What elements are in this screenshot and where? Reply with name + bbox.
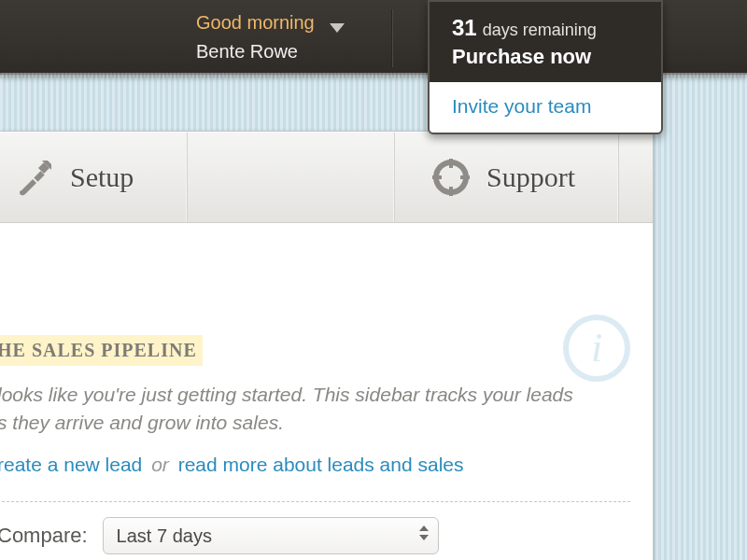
- invite-team-row: Invite your team: [430, 82, 661, 133]
- compare-select[interactable]: Last 7 days: [103, 517, 439, 554]
- pipeline-heading: HE SALES PIPELINE: [0, 335, 203, 366]
- info-icon: i: [561, 313, 632, 384]
- compare-row: Compare: Last 7 days: [0, 517, 630, 554]
- tab-spacer: [188, 133, 395, 222]
- main-panel: Setup Support i: [0, 131, 654, 560]
- tab-end-spacer: [619, 133, 653, 222]
- compare-label: Compare:: [0, 521, 88, 551]
- purchase-now-link[interactable]: Purchase now: [452, 45, 642, 69]
- wrench-icon: [16, 159, 53, 196]
- trial-status-box: 31days remaining Purchase now Invite you…: [428, 0, 663, 134]
- vertical-divider: [391, 9, 393, 67]
- greeting-text: Good morning: [196, 12, 315, 33]
- invite-team-link[interactable]: Invite your team: [452, 95, 591, 117]
- tab-support[interactable]: Support: [395, 133, 619, 222]
- tab-setup-label: Setup: [70, 161, 134, 193]
- top-bar: Good morning Bente Rowe 31days remaining…: [0, 0, 747, 75]
- compare-selected-value: Last 7 days: [117, 523, 212, 550]
- dashed-divider: [0, 501, 630, 502]
- read-more-link[interactable]: read more about leads and sales: [178, 454, 464, 475]
- or-text: or: [151, 454, 169, 475]
- create-lead-link[interactable]: reate a new lead: [0, 454, 142, 475]
- pipeline-intro-line2: s they arrive and grow into sales.: [0, 409, 630, 437]
- pipeline-links: reate a new lead or read more about lead…: [0, 451, 630, 479]
- tab-setup[interactable]: Setup: [0, 133, 188, 222]
- svg-text:i: i: [591, 325, 602, 371]
- trial-summary: 31days remaining Purchase now: [430, 2, 661, 82]
- lifebuoy-icon: [432, 159, 470, 196]
- chevron-down-icon: [328, 17, 346, 40]
- tab-support-label: Support: [486, 161, 575, 193]
- pipeline-content: i HE SALES PIPELINE looks like you're ju…: [0, 223, 653, 554]
- pipeline-intro-line1: looks like you're just getting started. …: [0, 381, 630, 409]
- trial-days-count: 31: [452, 15, 477, 41]
- svg-marker-0: [330, 23, 345, 33]
- trial-days-label: days remaining: [483, 21, 597, 39]
- svg-rect-1: [34, 171, 44, 181]
- user-name: Bente Rowe: [196, 40, 315, 63]
- user-greeting-dropdown[interactable]: Good morning Bente Rowe: [196, 11, 346, 63]
- tab-bar: Setup Support: [0, 132, 653, 223]
- compare-select-wrap: Last 7 days: [103, 517, 439, 554]
